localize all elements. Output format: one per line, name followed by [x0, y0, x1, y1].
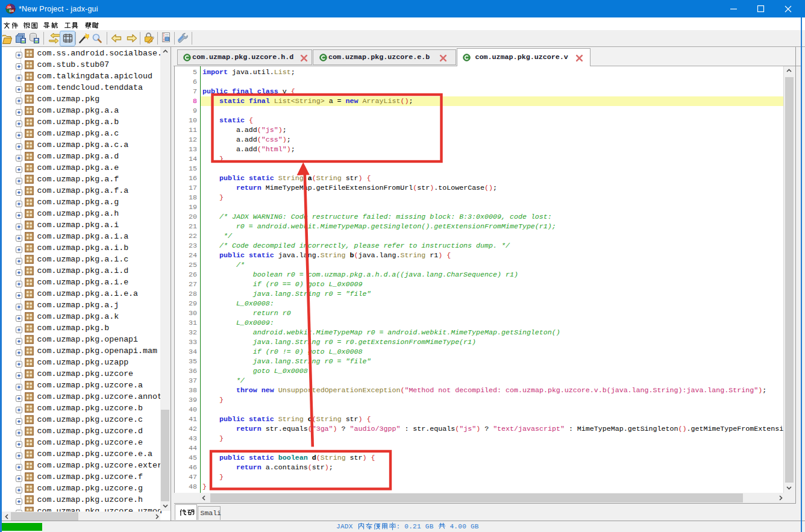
svg-text:DX: DX — [9, 9, 14, 13]
